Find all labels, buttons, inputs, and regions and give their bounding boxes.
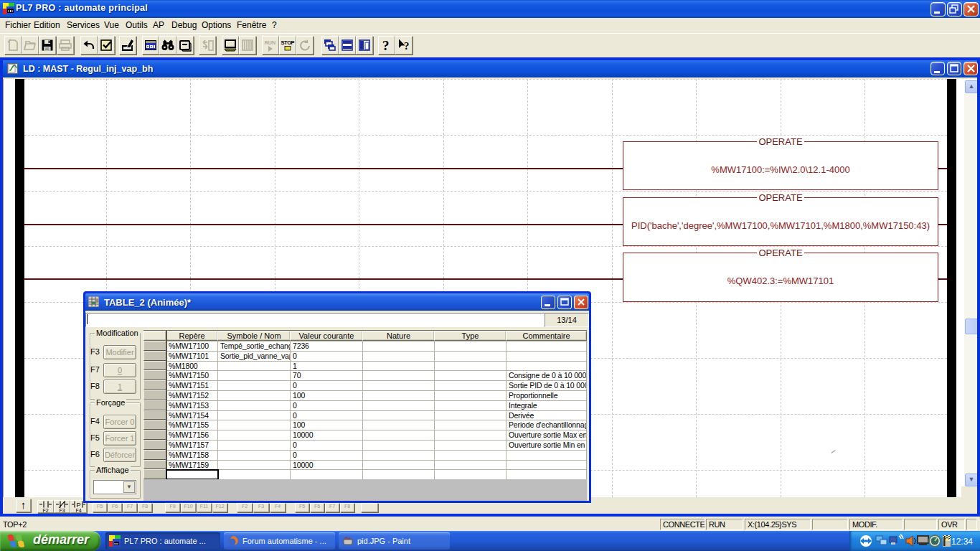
svg-text:?: ? xyxy=(404,40,410,52)
svg-text:RUN: RUN xyxy=(265,39,275,46)
svg-text:?: ? xyxy=(382,38,390,52)
svg-text:STOP: STOP xyxy=(281,39,295,46)
svg-text:P: P xyxy=(77,501,81,509)
